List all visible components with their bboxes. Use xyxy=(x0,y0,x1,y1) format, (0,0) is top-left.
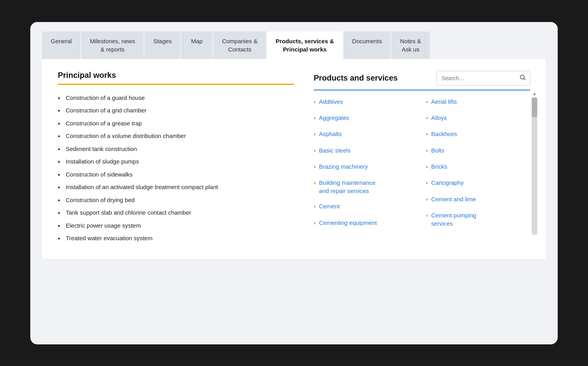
bullet-icon: • xyxy=(426,212,428,220)
title-underline xyxy=(58,84,294,85)
tab-stages[interactable]: Stages xyxy=(144,31,180,59)
work-item: Construction of a grease trap xyxy=(58,119,294,128)
product-label: Additives xyxy=(319,97,343,106)
product-backhoes[interactable]: • Backhoes xyxy=(426,130,530,139)
principal-works-title: Principal works xyxy=(58,71,294,80)
product-brazing[interactable]: • Brazing machinery xyxy=(314,162,418,171)
work-item: Construction of drying bed xyxy=(58,196,294,205)
products-columns: • Additives • Aggregates • Asphalts • xyxy=(314,97,530,235)
product-cement-pumping[interactable]: • Cement pumpingservices xyxy=(426,211,530,228)
product-alloys[interactable]: • Alloys xyxy=(426,114,530,123)
work-item: Installation of sludge pumps xyxy=(58,157,294,166)
tab-milestones[interactable]: Milestones, news & reports xyxy=(81,31,144,59)
product-label: Bolts xyxy=(431,146,444,154)
bullet-icon: • xyxy=(314,179,316,188)
tab-companies[interactable]: Companies & Contacts xyxy=(213,31,266,59)
work-item: Construction of a guard house xyxy=(58,94,294,103)
products-header: Products and services xyxy=(314,71,530,86)
product-building-maintenance[interactable]: • Building maintenanceand repair service… xyxy=(314,178,418,195)
product-additives[interactable]: • Additives xyxy=(314,97,418,107)
product-label: Cement and lime xyxy=(431,195,476,203)
products-title: Products and services xyxy=(314,74,398,83)
bullet-icon: • xyxy=(314,219,316,228)
principal-works-panel: Principal works Construction of a guard … xyxy=(58,71,294,247)
works-list: Construction of a guard house Constructi… xyxy=(58,94,294,243)
products-col-2: • Aerial lifts • Alloys • Backhoes • xyxy=(426,97,530,235)
work-item: Electric power usage system xyxy=(58,221,294,230)
product-label: Cement xyxy=(319,202,340,210)
bullet-icon: • xyxy=(426,114,428,123)
bullet-icon: • xyxy=(314,202,316,211)
bullet-icon: • xyxy=(426,179,428,188)
product-label: Cement pumpingservices xyxy=(431,211,476,228)
work-item: Construction of sidewalks xyxy=(58,170,294,179)
product-bricks[interactable]: • Bricks xyxy=(426,162,530,171)
content-area: Principal works Construction of a guard … xyxy=(42,59,546,259)
product-aggregates[interactable]: • Aggregates xyxy=(314,114,418,123)
bullet-icon: • xyxy=(314,163,316,171)
bullet-icon: • xyxy=(426,163,428,171)
search-button[interactable] xyxy=(516,71,530,85)
tab-products[interactable]: Products, services & Principal works xyxy=(267,31,342,59)
product-cement-lime[interactable]: • Cement and lime xyxy=(426,195,530,204)
work-item: Tank support slab and chlorine contact c… xyxy=(58,208,294,217)
product-label: Asphalts xyxy=(319,130,342,138)
work-item: Treated water evacuation system xyxy=(58,234,294,243)
product-label: Building maintenanceand repair services xyxy=(319,178,375,195)
tab-bar: General Milestones, news & reports Stage… xyxy=(30,22,558,59)
products-panel: Products and services xyxy=(314,71,530,247)
product-label: Basic steels xyxy=(319,146,351,154)
work-item: Construction of a grid chamber xyxy=(58,106,294,115)
svg-line-1 xyxy=(524,78,525,80)
product-label: Bricks xyxy=(431,162,447,171)
tab-map[interactable]: Map xyxy=(181,31,213,59)
product-cement[interactable]: • Cement xyxy=(314,202,418,211)
bullet-icon: • xyxy=(426,195,428,204)
search-input[interactable] xyxy=(437,72,516,85)
product-aerial-lifts[interactable]: • Aerial lifts xyxy=(426,97,530,107)
work-item: Construction of a volume distribution ch… xyxy=(58,132,294,141)
bullet-icon: • xyxy=(314,98,316,107)
tab-general[interactable]: General xyxy=(42,31,80,59)
bullet-icon: • xyxy=(314,114,316,123)
product-bolts[interactable]: • Bolts xyxy=(426,146,530,155)
product-label: Backhoes xyxy=(431,130,457,138)
product-label: Aggregates xyxy=(319,114,349,122)
bullet-icon: • xyxy=(426,130,428,139)
bullet-icon: • xyxy=(314,130,316,139)
products-divider xyxy=(314,90,530,90)
work-item: Installation of an activated sludge trea… xyxy=(58,183,294,192)
product-label: Cartography xyxy=(431,178,464,187)
bullet-icon: • xyxy=(426,147,428,155)
main-card: General Milestones, news & reports Stage… xyxy=(30,22,558,344)
product-label: Alloys xyxy=(431,114,447,122)
bullet-icon: • xyxy=(314,147,316,155)
products-col-1: • Additives • Aggregates • Asphalts • xyxy=(314,97,418,235)
bullet-icon: • xyxy=(426,98,428,107)
product-label: Cementing equipment xyxy=(319,219,377,227)
work-item: Sediment tank construction xyxy=(58,145,294,154)
product-basic-steels[interactable]: • Basic steels xyxy=(314,146,418,155)
search-box[interactable] xyxy=(436,71,530,86)
product-cartography[interactable]: • Cartography xyxy=(426,178,530,188)
tab-notes[interactable]: Notes & Ask us xyxy=(391,31,429,59)
scrollbar[interactable]: ▲ xyxy=(532,97,537,235)
scroll-up-arrow[interactable]: ▲ xyxy=(532,91,537,96)
tab-documents[interactable]: Documents xyxy=(344,31,391,59)
product-label: Aerial lifts xyxy=(431,97,457,106)
product-cementing-equipment[interactable]: • Cementing equipment xyxy=(314,219,418,228)
product-label: Brazing machinery xyxy=(319,162,368,171)
product-asphalts[interactable]: • Asphalts xyxy=(314,130,418,139)
